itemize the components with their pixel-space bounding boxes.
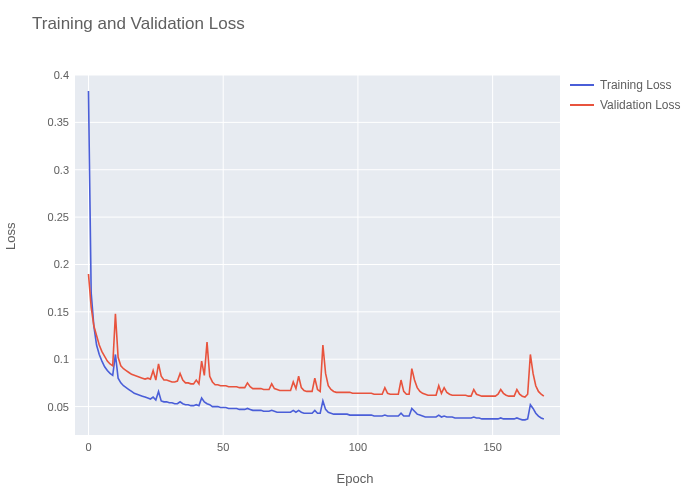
legend-swatch [570,84,594,86]
y-tick-label: 0.25 [29,211,69,223]
plot-area: 0.050.10.150.20.250.30.350.4 050100150 [75,75,560,435]
legend-item-validation: Validation Loss [570,98,681,112]
x-tick-label: 50 [217,441,229,453]
y-axis-label: Loss [3,223,18,250]
y-tick-label: 0.1 [29,353,69,365]
y-tick-label: 0.4 [29,69,69,81]
x-tick-label: 100 [349,441,367,453]
series-validation-loss [88,274,543,397]
x-axis-label: Epoch [75,471,635,486]
y-tick-label: 0.2 [29,258,69,270]
legend-label: Training Loss [600,78,672,92]
x-tick-label: 150 [483,441,501,453]
y-tick-label: 0.15 [29,306,69,318]
legend: Training Loss Validation Loss [570,78,681,118]
y-tick-label: 0.35 [29,116,69,128]
legend-item-training: Training Loss [570,78,681,92]
chart-container: Training and Validation Loss Loss 0.050.… [0,0,700,500]
y-tick-label: 0.3 [29,164,69,176]
legend-label: Validation Loss [600,98,681,112]
x-tick-label: 0 [85,441,91,453]
chart-title: Training and Validation Loss [32,14,245,34]
series-layer [75,75,560,435]
y-tick-label: 0.05 [29,401,69,413]
legend-swatch [570,104,594,106]
